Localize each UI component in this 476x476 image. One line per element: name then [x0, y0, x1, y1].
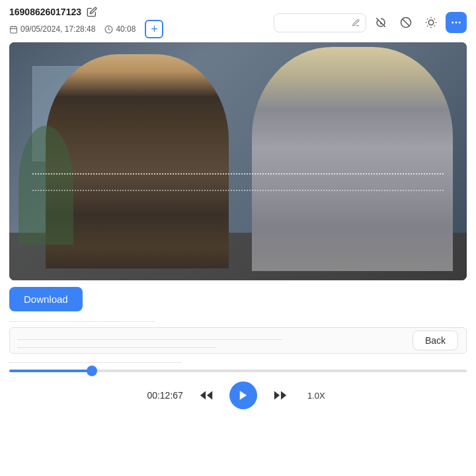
edit-button[interactable]	[87, 7, 97, 17]
svg-point-20	[459, 22, 461, 24]
play-icon	[237, 389, 249, 401]
fastforward-button[interactable]	[270, 385, 290, 405]
svg-line-13	[434, 26, 435, 26]
download-button[interactable]: Download	[9, 287, 83, 311]
info-lines	[0, 315, 476, 322]
svg-point-18	[452, 22, 454, 24]
header-left: 16908626017123 09/05/2024,	[9, 7, 163, 38]
duration-item: 40:08	[104, 24, 136, 34]
brightness-icon	[425, 17, 437, 28]
id-row: 16908626017123	[9, 7, 163, 17]
svg-marker-21	[200, 391, 206, 400]
video-frame	[9, 42, 467, 280]
brightness-button[interactable]	[420, 12, 442, 33]
svg-marker-23	[240, 391, 247, 400]
text-line-2	[18, 342, 216, 348]
more-button[interactable]	[446, 12, 467, 33]
bottom-text-line	[9, 356, 467, 363]
clock-icon	[104, 25, 113, 34]
text-box: Back	[9, 327, 467, 354]
header: 16908626017123 09/05/2024,	[0, 0, 476, 42]
pen-icon	[352, 19, 360, 27]
progress-bar-container[interactable]	[9, 370, 467, 372]
progress-track	[9, 370, 467, 372]
back-button[interactable]: Back	[413, 331, 458, 350]
hearing-off-icon	[375, 17, 387, 28]
play-button[interactable]	[229, 381, 257, 409]
time-display: 00:12:67	[147, 390, 183, 401]
svg-rect-0	[11, 26, 17, 33]
svg-marker-25	[274, 391, 280, 400]
progress-thumb[interactable]	[87, 366, 97, 376]
add-button[interactable]: +	[145, 20, 163, 38]
info-line-1	[9, 315, 155, 322]
svg-marker-24	[281, 391, 286, 400]
playback-controls: 00:12:67 1.0X	[0, 376, 476, 416]
video-player[interactable]	[9, 42, 467, 280]
header-right	[274, 12, 467, 33]
hearing-off-button[interactable]	[370, 12, 391, 33]
speed-button[interactable]: 1.0X	[303, 388, 329, 403]
fastforward-icon	[273, 388, 288, 403]
progress-fill	[9, 370, 92, 372]
date-value: 09/05/2024, 17:28:48	[20, 24, 95, 34]
header-meta: 09/05/2024, 17:28:48 40:08 +	[9, 20, 163, 38]
text-line-1	[18, 333, 282, 340]
overlay-line-2	[32, 190, 444, 191]
pencil-icon	[87, 7, 97, 17]
bg-plant	[19, 126, 73, 245]
bottom-dotted-line	[9, 356, 181, 363]
recording-id: 16908626017123	[9, 7, 81, 17]
svg-line-12	[427, 19, 428, 19]
svg-line-16	[427, 26, 428, 26]
overlay-line-1	[32, 173, 444, 175]
duration-value: 40:08	[116, 24, 136, 34]
ellipsis-icon	[450, 17, 462, 28]
search-wrapper	[274, 13, 366, 32]
svg-point-19	[456, 22, 457, 24]
figure-right	[252, 47, 453, 270]
svg-marker-22	[207, 391, 212, 400]
block-icon	[400, 17, 412, 28]
svg-line-8	[403, 19, 410, 26]
figure-left	[46, 54, 229, 268]
date-item: 09/05/2024, 17:28:48	[9, 24, 95, 34]
svg-line-17	[434, 19, 435, 19]
rewind-icon	[199, 388, 214, 403]
svg-point-9	[428, 20, 434, 25]
rewind-button[interactable]	[196, 385, 216, 405]
calendar-icon	[9, 25, 18, 34]
block-button[interactable]	[395, 12, 416, 33]
